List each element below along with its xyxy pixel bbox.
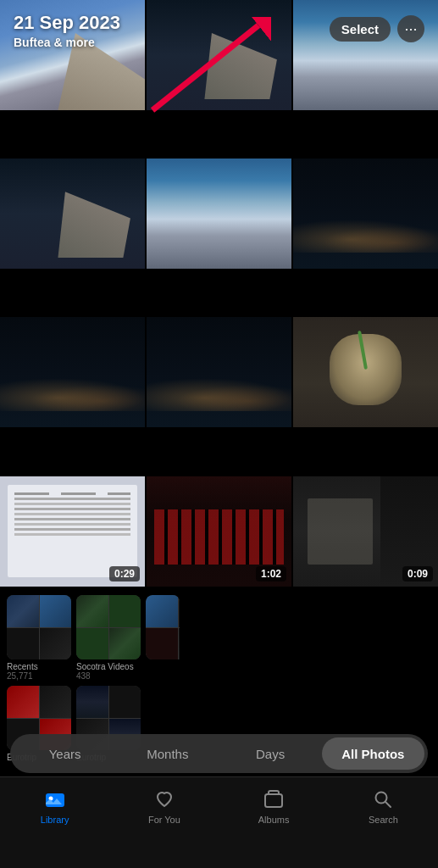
video-duration: 0:09 (402, 566, 433, 581)
album-label: Socotra Videos (76, 662, 141, 671)
photo-cell[interactable]: 0:09 (293, 476, 438, 587)
album-item[interactable]: Socotra Videos 438 (76, 595, 141, 681)
albums-section: Recents 25,771 Socotra Videos 438 (0, 588, 438, 724)
thumb-cell (40, 595, 72, 627)
timeline-months-button[interactable]: Months (116, 737, 219, 770)
video-duration: 0:29 (109, 566, 140, 581)
album-thumbnail (76, 595, 141, 659)
album-row: Recents 25,771 Socotra Videos 438 (7, 595, 431, 681)
timeline-allphotos-button[interactable]: All Photos (322, 737, 424, 770)
tab-bar: Library For You Albums Search (0, 776, 438, 868)
album-item-partial (146, 595, 180, 681)
svg-rect-2 (46, 793, 64, 807)
thumb-cell (7, 686, 39, 718)
tab-albums[interactable]: Albums (248, 787, 299, 825)
svg-line-6 (385, 802, 391, 807)
album-thumbnail (146, 595, 180, 659)
tab-foryou[interactable]: For You (139, 787, 190, 825)
select-button[interactable]: Select (330, 17, 391, 42)
album-count: 438 (76, 671, 141, 681)
header-date: 21 Sep 2023 (14, 12, 120, 34)
timeline-months-label: Months (147, 747, 188, 761)
album-thumbnail (7, 595, 71, 659)
header: 21 Sep 2023 Buftea & more Select ··· (0, 0, 438, 59)
header-title-group: 21 Sep 2023 Buftea & more (14, 12, 120, 49)
tab-search-label: Search (369, 815, 398, 825)
timeline-allphotos-label: All Photos (341, 747, 404, 761)
thumb-cell (40, 686, 72, 718)
thumb-cell (146, 595, 178, 627)
thumb-cell (76, 628, 108, 660)
photo-cell[interactable] (147, 159, 291, 269)
heart-icon (152, 787, 176, 811)
header-subtitle: Buftea & more (14, 36, 120, 49)
header-actions: Select ··· (330, 15, 424, 42)
thumb-cell (109, 628, 141, 660)
video-duration: 1:02 (256, 566, 286, 581)
photo-cell[interactable] (293, 317, 438, 427)
thumb-cell (179, 595, 180, 627)
tab-library[interactable]: Library (30, 787, 80, 825)
album-label: Recents (7, 662, 71, 671)
thumb-cell (76, 686, 108, 718)
timeline-years-label: Years (49, 747, 81, 761)
timeline-days-button[interactable]: Days (219, 737, 322, 770)
thumb-cell (76, 595, 108, 627)
thumb-cell (109, 686, 141, 718)
thumb-cell (40, 628, 72, 660)
search-icon (371, 787, 395, 811)
photo-library-icon (43, 787, 67, 811)
photo-cell[interactable] (147, 317, 291, 427)
timeline-bar: Years Months Days All Photos (10, 734, 428, 773)
tab-library-label: Library (41, 815, 69, 825)
photo-cell[interactable] (0, 317, 145, 427)
timeline-days-label: Days (256, 747, 285, 761)
thumb-cell (179, 628, 180, 660)
album-count: 25,771 (7, 671, 71, 681)
more-icon: ··· (404, 20, 417, 38)
thumb-cell (146, 628, 178, 660)
album-icon (262, 787, 286, 811)
thumb-cell (7, 595, 39, 627)
photo-cell[interactable] (0, 159, 145, 269)
photo-cell[interactable]: 0:29 (0, 476, 145, 587)
tab-foryou-label: For You (148, 815, 180, 825)
svg-rect-4 (265, 794, 282, 807)
photo-cell[interactable]: 1:02 (147, 476, 291, 587)
thumb-cell (109, 595, 141, 627)
timeline-years-button[interactable]: Years (14, 737, 116, 770)
more-button[interactable]: ··· (397, 15, 424, 42)
tab-search[interactable]: Search (358, 787, 408, 825)
photo-grid: 0:29 1:02 0:09 (0, 0, 438, 682)
tab-albums-label: Albums (258, 815, 290, 825)
album-item[interactable]: Recents 25,771 (7, 595, 71, 681)
photo-cell[interactable] (293, 159, 438, 269)
thumb-cell (7, 628, 39, 660)
